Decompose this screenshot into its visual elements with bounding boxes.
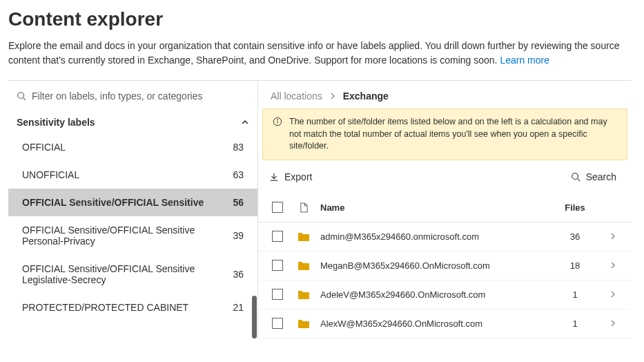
chevron-up-icon	[241, 118, 249, 126]
row-checkbox[interactable]	[272, 231, 283, 242]
label-row-official[interactable]: OFFICIAL 83	[8, 133, 257, 161]
label-name: OFFICIAL Sensitive/OFFICIAL Sensitive Pe…	[22, 225, 215, 247]
column-name-header[interactable]: Name	[316, 202, 550, 213]
row-files: 36	[550, 231, 600, 242]
results-table: Name Files admin@M365x294660.onmicrosoft…	[258, 193, 632, 339]
label-row-legislative-secrecy[interactable]: OFFICIAL Sensitive/OFFICIAL Sensitive Le…	[8, 255, 257, 294]
row-name: admin@M365x294660.onmicrosoft.com	[316, 231, 550, 242]
svg-point-4	[277, 120, 277, 120]
chevron-right-icon[interactable]	[600, 320, 626, 327]
search-icon	[571, 172, 580, 182]
file-icon	[291, 202, 316, 213]
label-row-protected-cabinet[interactable]: PROTECTED/PROTECTED CABINET 21	[8, 294, 257, 321]
row-files: 1	[550, 289, 600, 300]
breadcrumb: All locations Exchange	[258, 81, 632, 108]
row-checkbox[interactable]	[272, 260, 283, 271]
breadcrumb-current: Exchange	[343, 90, 389, 102]
sidebar: Sensitivity labels OFFICIAL 83 UNOFFICIA…	[8, 81, 258, 339]
row-name: MeganB@M365x294660.OnMicrosoft.com	[316, 260, 550, 271]
folder-icon	[291, 232, 316, 241]
label-row-personal-privacy[interactable]: OFFICIAL Sensitive/OFFICIAL Sensitive Pe…	[8, 216, 257, 255]
filter-input[interactable]	[32, 90, 249, 102]
svg-line-8	[577, 178, 580, 181]
breadcrumb-root[interactable]: All locations	[271, 90, 322, 102]
row-files: 1	[550, 318, 600, 329]
search-icon	[17, 91, 26, 101]
svg-point-7	[572, 173, 578, 179]
label-row-official-sensitive[interactable]: OFFICIAL Sensitive/OFFICIAL Sensitive 56	[8, 189, 257, 216]
table-row[interactable]: AdeleV@M365x294660.OnMicrosoft.com 1	[258, 280, 632, 309]
label-name: OFFICIAL Sensitive/OFFICIAL Sensitive	[22, 197, 204, 208]
page-title: Content explorer	[8, 8, 632, 30]
chevron-right-icon[interactable]	[600, 262, 626, 269]
label-count: 63	[223, 169, 244, 180]
chevron-right-icon	[329, 93, 336, 99]
export-label: Export	[284, 171, 312, 182]
label-name: UNOFFICIAL	[22, 169, 79, 180]
label-count: 36	[223, 269, 244, 280]
filter-box[interactable]	[8, 81, 257, 111]
row-files: 18	[550, 260, 600, 271]
export-button[interactable]: Export	[269, 171, 312, 182]
row-checkbox[interactable]	[272, 318, 283, 329]
label-count: 39	[223, 230, 244, 241]
toolbar: Export Search	[258, 160, 632, 193]
info-icon	[273, 117, 282, 153]
section-title: Sensitivity labels	[17, 117, 95, 128]
table-row[interactable]: AlexW@M365x294660.OnMicrosoft.com 1	[258, 309, 632, 339]
svg-point-0	[18, 93, 24, 99]
select-all-checkbox[interactable]	[272, 202, 283, 213]
label-count: 21	[223, 302, 244, 313]
svg-line-1	[23, 98, 26, 101]
label-count: 83	[223, 142, 244, 153]
folder-icon	[291, 319, 316, 328]
sensitivity-labels-header[interactable]: Sensitivity labels	[8, 111, 257, 133]
label-name: OFFICIAL Sensitive/OFFICIAL Sensitive Le…	[22, 263, 215, 285]
sidebar-scrollbar[interactable]	[252, 296, 257, 339]
search-button[interactable]: Search	[571, 171, 616, 182]
table-header: Name Files	[258, 193, 632, 222]
label-name: PROTECTED/PROTECTED CABINET	[22, 302, 188, 313]
download-icon	[269, 172, 279, 182]
table-row[interactable]: MeganB@M365x294660.OnMicrosoft.com 18	[258, 251, 632, 280]
column-files-header[interactable]: Files	[550, 202, 600, 213]
label-row-unofficial[interactable]: UNOFFICIAL 63	[8, 161, 257, 189]
banner-text: The number of site/folder items listed b…	[289, 116, 617, 153]
folder-icon	[291, 261, 316, 270]
chevron-right-icon[interactable]	[600, 291, 626, 298]
folder-icon	[291, 290, 316, 299]
row-checkbox[interactable]	[272, 289, 283, 300]
label-count: 56	[223, 197, 244, 208]
table-row[interactable]: admin@M365x294660.onmicrosoft.com 36	[258, 222, 632, 251]
content-pane: All locations Exchange The number of sit…	[258, 81, 632, 339]
learn-more-link[interactable]: Learn more	[500, 55, 549, 66]
page-description: Explore the email and docs in your organ…	[8, 39, 632, 68]
search-label: Search	[586, 171, 616, 182]
row-name: AdeleV@M365x294660.OnMicrosoft.com	[316, 289, 550, 300]
info-banner: The number of site/folder items listed b…	[262, 108, 627, 160]
row-name: AlexW@M365x294660.OnMicrosoft.com	[316, 318, 550, 329]
label-name: OFFICIAL	[22, 142, 66, 153]
chevron-right-icon[interactable]	[600, 233, 626, 240]
